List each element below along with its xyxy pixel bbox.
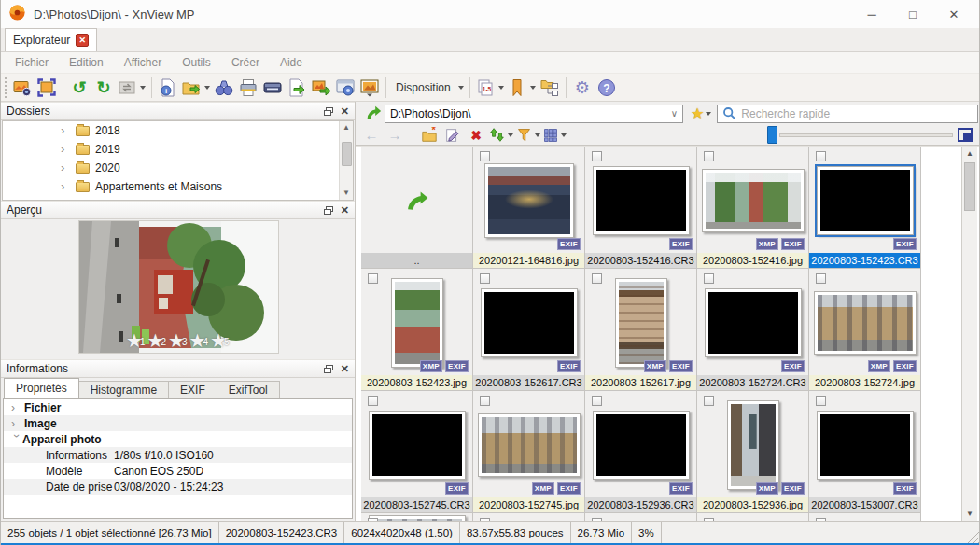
dropdown-arrow-icon[interactable] [204,86,210,90]
dropdown-arrow-icon[interactable] [535,133,540,137]
expand-chevron-icon[interactable]: › [61,163,70,173]
close-panel-icon[interactable]: ✕ [341,363,349,375]
file-cell[interactable]: EXIF20200803-152724.CR3 [697,269,809,391]
file-checkbox[interactable] [480,273,490,284]
expand-chevron-icon[interactable]: › [61,145,70,154]
file-checkbox[interactable] [592,396,602,406]
float-panel-icon[interactable] [324,206,333,215]
thumbnail[interactable] [814,291,917,355]
slider-handle[interactable] [767,126,777,144]
thumbnail[interactable] [593,411,690,480]
property-group[interactable]: › Fichier [4,399,352,415]
file-cell[interactable]: EXIF20200803-153007.CR3 [809,391,921,513]
tab-exif[interactable]: EXIF [169,381,217,398]
thumbnail[interactable] [593,166,690,235]
rating-star-2[interactable]: ★2 [147,331,169,350]
help-button[interactable]: ? [595,76,619,100]
path-combobox[interactable]: D:\Photos\Dijon\ ∨ [385,105,683,123]
thumbnail[interactable] [702,169,805,232]
favorites-button[interactable]: ★ [691,105,711,122]
back-button[interactable]: ← [361,126,382,145]
fullscreen-button[interactable] [35,76,59,100]
scroll-down-icon[interactable]: ▼ [962,507,977,521]
rename-button[interactable] [442,126,463,145]
expand-chevron-icon[interactable]: › [11,401,24,414]
bookmark-button[interactable] [506,76,538,100]
dropdown-arrow-icon[interactable] [140,86,146,90]
file-cell[interactable]: XMPEXIF20200803-152423.jpg [361,269,473,391]
dropdown-arrow-icon[interactable] [458,86,464,90]
rating-star-4[interactable]: ★4 [189,331,211,350]
delete-button[interactable]: ✖ [466,126,486,145]
tab-close-icon[interactable]: ✕ [76,34,89,47]
thumbnail[interactable] [481,288,578,357]
expand-chevron-icon[interactable]: › [11,417,24,430]
file-checkbox[interactable] [592,151,602,161]
rating-stars[interactable]: ★1★2★3★4★5 [126,331,231,350]
scroll-up-icon[interactable]: ▲ [962,147,977,161]
batch-convert-button[interactable] [309,76,333,100]
thumbnail-size-slider[interactable] [779,133,953,137]
disposition-button[interactable]: Disposition [390,76,466,100]
file-checkbox[interactable] [704,273,714,284]
file-checkbox[interactable] [480,151,490,161]
minimize-button[interactable]: ─ [863,7,880,21]
tab-histogramme[interactable]: Histogramme [79,381,169,398]
file-checkbox[interactable] [592,518,602,521]
close-panel-icon[interactable]: ✕ [341,105,349,118]
file-cell[interactable]: EXIF20200803-152416.CR3 [585,147,697,269]
search-input[interactable] [741,107,977,120]
file-checkbox[interactable] [368,273,378,284]
menu-crer[interactable]: Créer [221,56,270,69]
maximize-button[interactable]: □ [904,7,921,21]
file-cell[interactable]: XMPEXIF20200803-152724.jpg [809,269,921,391]
thumbnail[interactable] [484,163,574,238]
slideshow-button[interactable] [357,76,382,100]
file-checkbox[interactable] [816,518,826,521]
file-checkbox[interactable] [368,518,378,521]
thumbnail[interactable] [478,413,581,477]
file-cell-partial[interactable] [473,513,585,521]
scroll-up-icon[interactable]: ▲ [340,121,353,134]
parent-folder-cell[interactable]: .. [361,147,473,269]
menu-fichier[interactable]: Fichier [5,56,59,69]
thumbnail[interactable] [727,400,779,490]
file-checkbox[interactable] [816,273,826,284]
float-panel-icon[interactable] [324,365,333,373]
resize-grip[interactable] [966,530,979,543]
folder-item[interactable]: › 2020 [3,159,353,177]
tab-explorateur[interactable]: Explorateur ✕ [5,28,97,51]
file-cell[interactable]: XMPEXIF20200803-152617.jpg [585,269,697,391]
expand-chevron-icon[interactable]: › [10,434,23,445]
thumbnail[interactable] [817,166,914,235]
file-cell-partial[interactable] [809,513,921,521]
export-button[interactable] [285,76,309,100]
filter-button[interactable] [516,126,540,145]
close-panel-icon[interactable]: ✕ [341,204,349,217]
rating-star-3[interactable]: ★3 [168,331,189,350]
file-cell[interactable]: EXIF20200803-152423.CR3 [809,147,921,269]
folder-item[interactable]: › 2018 [3,121,353,140]
file-cell-partial[interactable] [361,513,473,521]
rating-star-1[interactable]: ★1 [126,331,147,350]
rotate-left-button[interactable]: ↺ [67,76,91,100]
menu-outils[interactable]: Outils [172,56,221,69]
property-group[interactable]: › Appareil photo [4,431,352,447]
tab-propriétés[interactable]: Propriétés [4,378,79,398]
thumbnail[interactable] [615,278,667,368]
file-cell[interactable]: XMPEXIF20200803-152745.jpg [473,391,585,513]
file-cell[interactable]: XMPEXIF20200803-152416.jpg [697,147,809,269]
settings-button[interactable]: ⚙ [570,76,595,100]
view-mode-button[interactable] [543,126,567,145]
file-checkbox[interactable] [480,396,490,406]
refresh-button[interactable] [489,126,513,145]
thumbnail[interactable] [369,411,466,480]
tab-exiftool[interactable]: ExifTool [217,381,280,398]
dropdown-arrow-icon[interactable] [498,86,504,90]
close-button[interactable]: ✕ [945,7,962,21]
menu-afficher[interactable]: Afficher [114,56,172,69]
scroll-down-icon[interactable]: ▼ [340,187,353,200]
file-cell-partial[interactable] [585,513,697,521]
convert-button[interactable] [116,76,147,100]
file-cell[interactable]: EXIF20200803-152936.CR3 [585,391,697,513]
